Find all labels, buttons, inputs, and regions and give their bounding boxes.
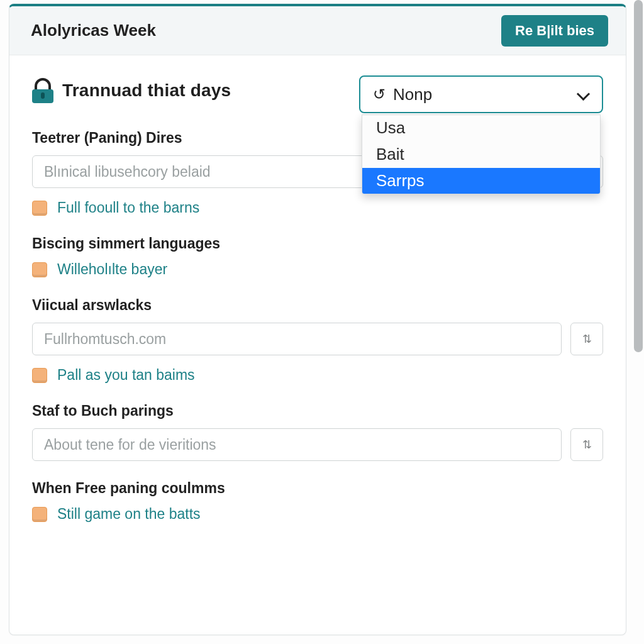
sort-icon-button[interactable]: ⇅ xyxy=(570,428,603,461)
field-label: Viicual arswlacks xyxy=(32,297,603,314)
checkbox[interactable] xyxy=(32,201,47,216)
input-row: About tene for de vieritions⇅ xyxy=(32,428,603,461)
checkbox-row: Still game on the batts xyxy=(32,506,603,523)
text-input[interactable]: Fullrhomtusch.com xyxy=(32,323,562,355)
select-option[interactable]: Usa xyxy=(362,115,600,142)
chevron-down-icon xyxy=(577,88,589,101)
settings-panel: Alolyricas Week Re B|ilt bies Trannuad t… xyxy=(9,4,626,635)
field-group: When Free paning coulmmsStill game on th… xyxy=(32,480,603,523)
checkbox-label[interactable]: Pall as you tan baims xyxy=(57,367,195,384)
checkbox-row: Willeholılte bayer xyxy=(32,261,603,278)
checkbox-label[interactable]: Still game on the batts xyxy=(57,506,201,523)
select-dropdown: UsaBaitSarrps xyxy=(362,114,601,194)
section-title: Trannuad thiat days xyxy=(62,80,231,101)
panel-header: Alolyricas Week Re B|ilt bies xyxy=(9,6,626,55)
panel-body: Trannuad thiat days ↻ Nonp UsaBaitSarrps… xyxy=(9,55,626,523)
rebuild-button[interactable]: Re B|ilt bies xyxy=(501,15,608,47)
checkbox[interactable] xyxy=(32,368,47,383)
field-group: Staf to Buch paringsAbout tene for de vi… xyxy=(32,402,603,461)
select-wrapper: ↻ Nonp UsaBaitSarrps xyxy=(359,75,603,113)
lock-icon xyxy=(32,78,53,103)
text-input[interactable]: About tene for de vieritions xyxy=(32,428,562,461)
panel-title: Alolyricas Week xyxy=(31,21,156,40)
field-label: Staf to Buch parings xyxy=(32,402,603,419)
select-option[interactable]: Bait xyxy=(362,142,600,168)
section-heading-row: Trannuad thiat days ↻ Nonp UsaBaitSarrps xyxy=(32,78,603,103)
checkbox-label[interactable]: Willeholılte bayer xyxy=(57,261,167,278)
scrollbar[interactable] xyxy=(634,0,643,352)
select-value: Nonp xyxy=(393,85,432,104)
field-label: When Free paning coulmms xyxy=(32,480,603,497)
sort-icon-button[interactable]: ⇅ xyxy=(570,323,603,355)
select-option[interactable]: Sarrps xyxy=(362,168,600,194)
checkbox-label[interactable]: Full fooull to the barns xyxy=(57,199,199,216)
checkbox[interactable] xyxy=(32,507,47,522)
field-group: Viicual arswlacksFullrhomtusch.com⇅Pall … xyxy=(32,297,603,384)
checkbox-row: Pall as you tan baims xyxy=(32,367,603,384)
field-group: Biscing simmert languagesWilleholılte ba… xyxy=(32,235,603,278)
refresh-icon: ↻ xyxy=(373,86,386,103)
checkbox-row: Full fooull to the barns xyxy=(32,199,603,216)
select-box[interactable]: ↻ Nonp xyxy=(359,75,603,113)
input-row: Fullrhomtusch.com⇅ xyxy=(32,323,603,355)
field-label: Biscing simmert languages xyxy=(32,235,603,252)
checkbox[interactable] xyxy=(32,262,47,277)
